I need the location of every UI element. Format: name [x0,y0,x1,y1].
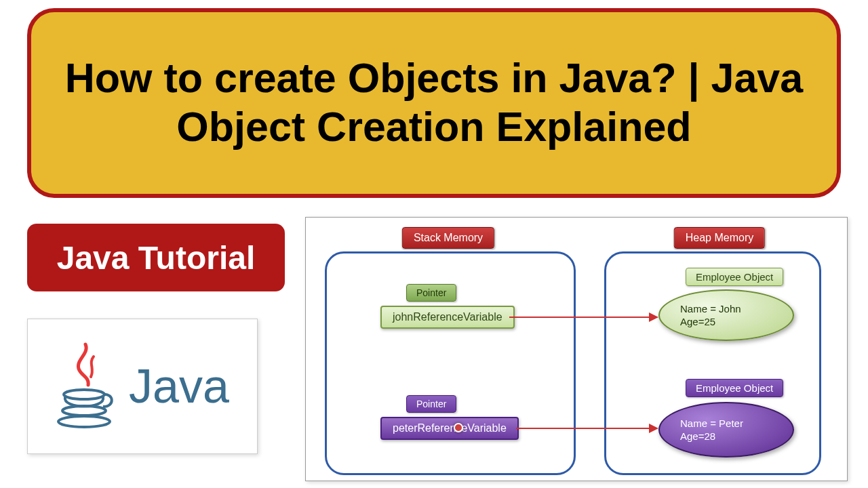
arrow-1 [509,317,657,318]
pointer-label-1: Pointer [416,287,446,298]
obj-label-1-text: Employee Object [696,271,773,283]
employee-object-1: Name = John Age=25 [658,289,794,341]
employee-object-2: Name = Peter Age=28 [658,402,794,458]
tutorial-label: Java Tutorial [57,239,256,277]
stack-header-text: Stack Memory [414,232,483,243]
svg-point-0 [64,390,104,399]
title-panel: How to create Objects in Java? | Java Ob… [27,8,841,198]
pointer-badge-2: Pointer [406,395,456,413]
ref1-text: johnReferenceVariable [393,311,502,323]
obj2-age: Age=28 [680,430,715,443]
employee-object-label-1: Employee Object [686,268,783,286]
tutorial-badge: Java Tutorial [27,224,285,291]
obj1-name: Name = John [680,302,741,316]
ref2-text: peterReferenceVariable [393,422,507,434]
employee-object-label-2: Employee Object [686,379,783,397]
heap-header-text: Heap Memory [686,232,753,243]
heap-header-badge: Heap Memory [674,227,765,249]
pointer-badge-1: Pointer [406,284,456,302]
page-title: How to create Objects in Java? | Java Ob… [58,54,810,152]
reference-variable-2: peterReferenceVariable [380,417,519,440]
java-logo-text: Java [129,359,229,413]
reference-variable-1: johnReferenceVariable [380,306,515,329]
obj2-name: Name = Peter [680,417,743,430]
obj-label-2-text: Employee Object [696,382,773,394]
java-logo: Java [27,319,258,454]
pointer-label-2: Pointer [416,399,446,409]
stack-header-badge: Stack Memory [402,227,494,249]
java-cup-icon [56,339,117,434]
obj1-age: Age=25 [680,315,715,329]
arrow-2 [516,428,657,429]
svg-point-2 [58,416,110,427]
memory-diagram: Stack Memory Heap Memory Pointer johnRef… [305,217,848,481]
cursor-indicator [454,423,463,432]
